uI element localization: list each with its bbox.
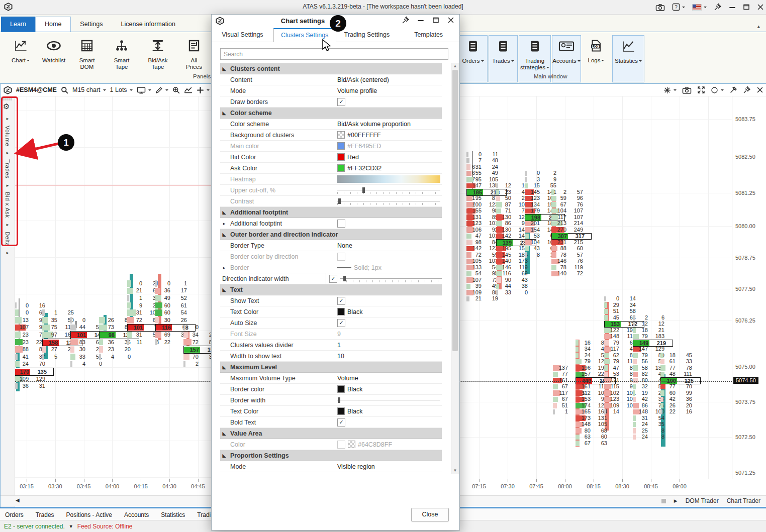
settings-row-draw-borders[interactable]: Draw borders✓	[220, 96, 442, 108]
checkbox-checked[interactable]: ✓	[337, 319, 345, 327]
color-swatch[interactable]	[348, 441, 355, 448]
camera-icon[interactable]	[655, 4, 665, 11]
dialog-pin-icon[interactable]	[398, 16, 413, 26]
section-collapse-icon[interactable]: ◢	[220, 431, 228, 436]
ribbon-button-chart[interactable]: Chart	[5, 35, 36, 81]
slider-handle[interactable]	[343, 276, 346, 281]
color-swatch[interactable]	[337, 385, 345, 393]
maximize-icon[interactable]	[743, 4, 750, 11]
row-value[interactable]: #64C8D8FF	[334, 439, 442, 450]
row-value[interactable]: ✓	[334, 317, 442, 328]
symbol-label[interactable]: #ESM4@CME	[16, 86, 57, 93]
color-swatch[interactable]	[337, 308, 345, 315]
panel-expand-icon[interactable]: ▶	[674, 498, 678, 503]
row-value[interactable]: Visible region	[334, 461, 442, 472]
settings-row-border-color[interactable]: Border colorBlack	[220, 384, 442, 395]
ribbon-button-watchlist[interactable]: Watchlist	[38, 35, 69, 81]
ribbon-tab-learn[interactable]: Learn	[1, 17, 35, 32]
dialog-tab-templates[interactable]: Templates	[398, 28, 459, 42]
dialog-close-icon[interactable]	[443, 17, 458, 26]
bottom-tab-orders[interactable]: Orders	[5, 511, 24, 518]
settings-row-border-width[interactable]: Border width	[220, 395, 442, 406]
checkbox-checked[interactable]: ✓	[337, 297, 345, 305]
settings-row-bold-text[interactable]: Bold Text✓	[220, 417, 442, 428]
row-value[interactable]: 1	[334, 340, 442, 350]
settings-row-border-type[interactable]: Border TypeNone	[220, 240, 442, 251]
ribbon-button-statistics[interactable]: Statistics	[612, 35, 644, 82]
lots-select[interactable]: 1 Lots	[110, 86, 133, 93]
row-value[interactable]	[334, 395, 442, 405]
checkbox-checked[interactable]: ✓	[337, 98, 345, 106]
row-value[interactable]: 10	[334, 351, 442, 361]
row-value[interactable]: Bid/Ask (centered)	[334, 74, 442, 85]
color-swatch[interactable]	[337, 164, 345, 172]
search-icon[interactable]	[61, 86, 68, 94]
pencil-icon[interactable]	[155, 86, 168, 94]
settings-row-width-to-show-text[interactable]: Width to show text10	[220, 351, 442, 362]
row-value[interactable]: ✓	[326, 273, 442, 284]
connection-dropdown-icon[interactable]: ▼	[69, 524, 73, 529]
dialog-tab-clusters-settings[interactable]: Clusters Settings	[273, 28, 336, 42]
row-value[interactable]	[334, 196, 442, 206]
expand-arrow-icon[interactable]: ▸	[5, 250, 10, 256]
color-swatch[interactable]	[337, 407, 345, 415]
dialog-tab-trading-settings[interactable]: Trading Settings	[336, 28, 398, 42]
heatmap-gradient[interactable]	[337, 175, 440, 183]
settings-row-auto-size[interactable]: Auto Size✓	[220, 317, 442, 329]
monitor-icon[interactable]	[137, 86, 151, 94]
settings-row-border-color-by-direction[interactable]: Border color by direction	[220, 251, 442, 262]
dialog-tab-visual-settings[interactable]: Visual Settings	[212, 28, 273, 42]
slider-handle[interactable]	[338, 397, 340, 403]
color-swatch[interactable]	[337, 142, 345, 150]
close-icon[interactable]	[757, 4, 764, 11]
settings-search-input[interactable]	[220, 48, 448, 60]
row-value[interactable]: Solid; 1px	[334, 262, 442, 273]
ribbon-tab-license-information[interactable]: License information	[112, 17, 184, 32]
footer-tab-chart-trader[interactable]: Chart Trader	[727, 497, 760, 504]
ribbon-button-trades[interactable]: Trades	[489, 35, 518, 82]
settings-row-font-size[interactable]: Font Size9	[220, 329, 442, 340]
settings-row-show-text[interactable]: Show Text✓	[220, 295, 442, 306]
settings-row-heatmap[interactable]: Heatmap	[220, 174, 442, 185]
camera-icon[interactable]	[682, 86, 692, 94]
checkbox-checked[interactable]: ✓	[329, 275, 337, 283]
slider[interactable]	[340, 275, 442, 283]
dialog-minimize-icon[interactable]	[413, 17, 428, 26]
section-collapse-icon[interactable]: ◢	[220, 210, 228, 215]
scroll-up-icon[interactable]: ▲	[451, 64, 459, 68]
ribbon-button-orders[interactable]: Orders	[458, 35, 488, 82]
row-value[interactable]: Volume	[334, 373, 442, 383]
section-collapse-icon[interactable]: ◢	[220, 453, 228, 458]
checkbox-unchecked[interactable]	[337, 220, 345, 228]
row-value[interactable]: #FF6495ED	[334, 141, 442, 151]
bottom-tab-trades[interactable]: Trades	[36, 511, 54, 518]
settings-row-maximum-volume-type[interactable]: Maximum Volume TypeVolume	[220, 373, 442, 384]
settings-row-color-scheme[interactable]: Color schemeBid/Ask volume proportion	[220, 119, 442, 130]
fullscreen-icon[interactable]	[697, 86, 705, 94]
ribbon-collapse-icon[interactable]: ▴	[757, 23, 760, 30]
bottom-tab-accounts[interactable]: Accounts	[124, 511, 149, 518]
ribbon-button-smart-tape[interactable]: Smart Tape	[105, 35, 139, 81]
settings-row-text-color[interactable]: Text ColorBlack	[220, 306, 442, 317]
checkbox-unchecked[interactable]	[337, 441, 345, 449]
row-value[interactable]: 9	[334, 329, 442, 339]
row-value[interactable]: Black	[334, 384, 442, 394]
settings-row-content[interactable]: ContentBid/Ask (centered)	[220, 74, 442, 85]
slider-handle[interactable]	[362, 187, 365, 193]
row-value[interactable]: Red	[334, 152, 442, 162]
section-collapse-icon[interactable]: ◢	[220, 66, 228, 71]
row-value[interactable]	[334, 218, 442, 229]
row-value[interactable]: #FF32CD32	[334, 163, 442, 173]
row-value[interactable]: Bid/Ask volume proportion	[334, 119, 442, 129]
ribbon-button-smart-dom[interactable]: Smart DOM	[71, 35, 103, 81]
close-icon[interactable]	[756, 86, 763, 93]
settings-row-bid-color[interactable]: Bid ColorRed	[220, 152, 442, 163]
section-collapse-icon[interactable]: ◢	[220, 365, 228, 370]
scroll-down-icon[interactable]: ▼	[451, 468, 459, 473]
section-collapse-icon[interactable]: ◢	[220, 111, 228, 116]
row-value[interactable]: Black	[334, 406, 442, 416]
row-value[interactable]: ✓	[334, 96, 442, 107]
row-value[interactable]	[334, 174, 442, 184]
dialog-maximize-icon[interactable]	[428, 17, 443, 26]
scrollbar-thumb[interactable]	[452, 70, 458, 351]
